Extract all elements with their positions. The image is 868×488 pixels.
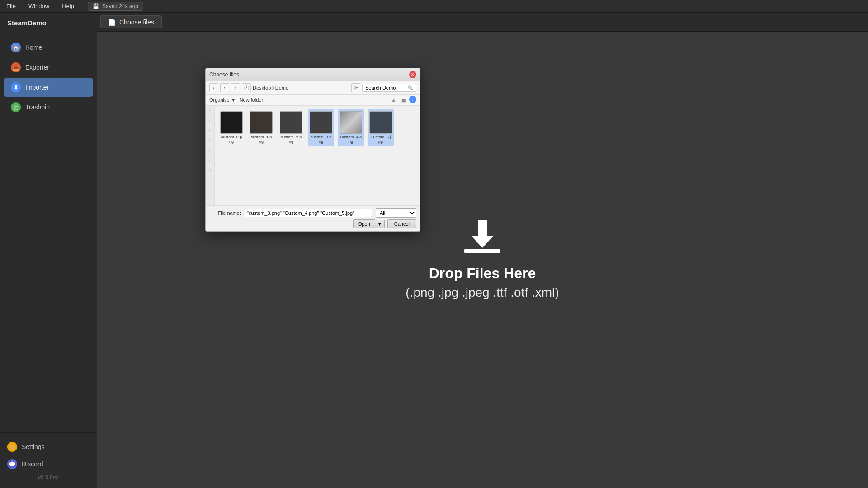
view-tiles-button[interactable]: ▦ [399, 96, 407, 104]
file-name-0: custom_0.png [220, 135, 243, 144]
filetype-select[interactable]: All .png .jpg [376, 208, 416, 218]
importer-icon: ⬇ [11, 82, 21, 92]
menu-window[interactable]: Window [26, 2, 52, 10]
sidebar-item-importer[interactable]: ⬇ Importer [4, 78, 93, 97]
file-dialog: Choose files ✕ ‹ › ↑ 🕐 Desktop › Demo [205, 68, 420, 232]
back-button[interactable]: ‹ [209, 83, 218, 92]
sidebar-arrow-3[interactable]: › [209, 128, 211, 132]
open-button-group: Open ▼ [353, 219, 385, 228]
saved-text: Saved 24s ago [102, 3, 138, 9]
tab-label: Choose files [119, 19, 154, 26]
trashbin-icon: 🗑 [11, 102, 21, 112]
file-name-1: custom_1.png [250, 135, 273, 144]
menu-bar: File Window Help 💾 Saved 24s ago [0, 0, 868, 13]
menu-help[interactable]: Help [59, 2, 77, 10]
file-name-3: custom_3.png [310, 135, 332, 144]
sidebar-arrow-4[interactable]: › [209, 137, 211, 142]
path-desktop: Desktop [253, 85, 271, 90]
dialog-files: custom_0.png custom_1.png custom_2.png [215, 106, 420, 205]
sidebar-title: SteamDemo [0, 13, 97, 33]
dialog-overlay: Choose files ✕ ‹ › ↑ 🕐 Desktop › Demo [97, 32, 868, 488]
open-button[interactable]: Open [353, 219, 375, 228]
filename-input[interactable] [245, 209, 372, 217]
sidebar-arrow-5[interactable]: › [209, 147, 211, 152]
file-item-5[interactable]: Custom_5.jpg [368, 109, 394, 146]
dialog-close-button[interactable]: ✕ [409, 71, 416, 78]
file-item-2[interactable]: custom_2.png [278, 109, 304, 146]
discord-icon: 💬 [7, 459, 17, 469]
sidebar-label-discord: Discord [22, 460, 43, 468]
exporter-icon: 📤 [11, 62, 21, 72]
save-icon: 💾 [93, 3, 99, 9]
file-thumb-0 [220, 111, 243, 134]
sidebar-item-home[interactable]: 🏠 Home [4, 38, 93, 57]
sidebar-label-settings: Settings [22, 443, 45, 450]
cancel-button[interactable]: Cancel [387, 219, 416, 228]
footer-filename-row: File name: All .png .jpg [209, 208, 416, 218]
path-demo: Demo [275, 85, 288, 90]
sidebar-item-exporter[interactable]: 📤 Exporter [4, 58, 93, 77]
sidebar-collapse-arrow[interactable]: › [209, 108, 211, 112]
sidebar-item-trashbin[interactable]: 🗑 Trashbin [4, 98, 93, 117]
sidebar-label-trashbin: Trashbin [25, 104, 50, 111]
sidebar-bottom: ⚙ Settings 💬 Discord v0.3.0ea [0, 432, 97, 488]
up-button[interactable]: ↑ [231, 83, 240, 92]
forward-button[interactable]: › [220, 83, 229, 92]
file-thumb-2 [280, 111, 302, 134]
refresh-button[interactable]: ⟳ [351, 83, 360, 92]
file-name-5: Custom_5.jpg [369, 135, 392, 144]
sidebar-label-importer: Importer [25, 84, 49, 91]
file-thumb-4 [340, 111, 362, 134]
view-info-button[interactable]: i [409, 96, 416, 103]
dialog-toolbar: ‹ › ↑ 🕐 Desktop › Demo ⟳ [206, 81, 420, 95]
sidebar-item-settings[interactable]: ⚙ Settings [7, 438, 90, 455]
content-area: 📄 Choose files Drop Files Here (.png .jp… [97, 13, 868, 488]
path-segment: Desktop › Demo [253, 84, 288, 92]
footer-button-row: Open ▼ Cancel [209, 219, 416, 228]
file-item-1[interactable]: custom_1.png [248, 109, 274, 146]
dialog-footer: File name: All .png .jpg Open ▼ [206, 205, 420, 231]
dialog-title-bar: Choose files ✕ [206, 68, 420, 81]
file-item-0[interactable]: custom_0.png [218, 109, 245, 146]
tab-choose-files[interactable]: 📄 Choose files [100, 15, 162, 28]
new-folder-button[interactable]: New folder [240, 97, 264, 103]
sidebar-arrow-2[interactable]: › [209, 118, 211, 122]
dialog-sidebar: › › › › › › ‹ [206, 106, 215, 205]
path-separator: › [272, 84, 274, 92]
sidebar-item-discord[interactable]: 💬 Discord [7, 455, 90, 473]
saved-badge: 💾 Saved 24s ago [88, 2, 143, 11]
sidebar-label-home: Home [25, 44, 42, 51]
dialog-title: Choose files [209, 71, 239, 78]
dialog-search[interactable]: 🔍 [362, 84, 416, 92]
tab-file-icon: 📄 [108, 19, 116, 26]
file-name-4: Custom_4.png [340, 135, 362, 144]
sidebar-label-exporter: Exporter [25, 64, 49, 71]
sidebar-arrow-7[interactable]: ‹ [209, 167, 211, 172]
file-thumb-1 [250, 111, 273, 134]
recent-button[interactable]: 🕐 [242, 83, 251, 92]
tab-bar: 📄 Choose files [97, 13, 868, 32]
sidebar: SteamDemo 🏠 Home 📤 Exporter ⬇ Importer 🗑… [0, 13, 97, 488]
file-item-4[interactable]: Custom_4.png [338, 109, 364, 146]
file-name-2: custom_2.png [280, 135, 302, 144]
view-grid-button[interactable]: ⊞ [389, 96, 397, 104]
file-thumb-5 [369, 111, 392, 134]
filename-label: File name: [209, 210, 241, 216]
dialog-action-left: Organise ▼ New folder [209, 97, 263, 103]
dialog-body: › › › › › › ‹ custom_0.png [206, 106, 420, 205]
sidebar-nav: 🏠 Home 📤 Exporter ⬇ Importer 🗑 Trashbin [0, 33, 97, 432]
search-input[interactable] [365, 85, 406, 90]
file-item-3[interactable]: custom_3.png [308, 109, 334, 146]
version-text: v0.3.0ea [7, 473, 90, 483]
settings-icon: ⚙ [7, 442, 17, 452]
search-icon: 🔍 [408, 85, 413, 90]
dialog-action-right: ⊞ ▦ i [389, 96, 416, 104]
file-thumb-3 [310, 111, 332, 134]
menu-file[interactable]: File [4, 2, 19, 10]
main-layout: SteamDemo 🏠 Home 📤 Exporter ⬇ Importer 🗑… [0, 13, 868, 488]
sidebar-arrow-6[interactable]: › [209, 157, 211, 162]
open-dropdown-button[interactable]: ▼ [375, 220, 385, 228]
dialog-actions: Organise ▼ New folder ⊞ ▦ i [206, 95, 420, 106]
organize-button[interactable]: Organise ▼ [209, 97, 236, 103]
drop-zone[interactable]: Drop Files Here (.png .jpg .jpeg .ttf .o… [97, 32, 868, 488]
